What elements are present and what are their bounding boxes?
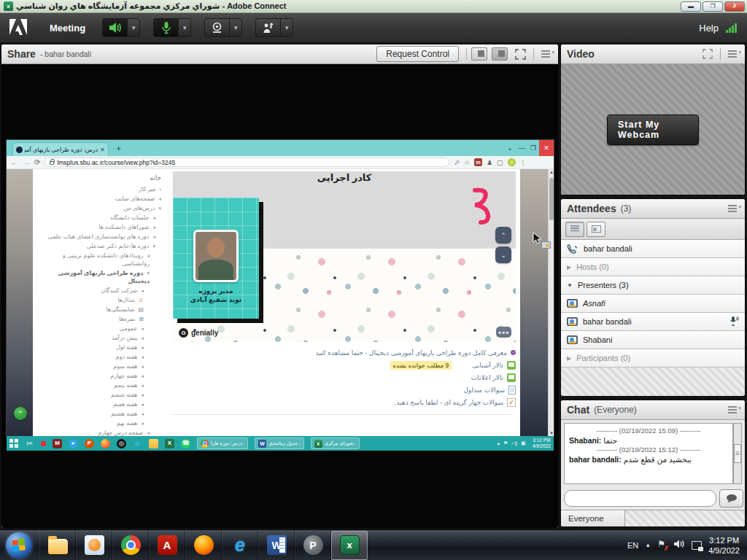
shared-browser-window[interactable]: درس: دوره طراحی بازیهای آموزشی ✕ ＋ ⌄ — ❐… (7, 140, 554, 436)
activity-link[interactable]: تالار اعلانات (173, 371, 516, 384)
extensions-puzzle-icon[interactable]: ♟ (487, 159, 492, 166)
sidebar-item[interactable]: نمره‌ها (36, 314, 163, 324)
tab-group-icon[interactable]: ▢ (497, 159, 503, 166)
m-app-icon[interactable]: M (53, 439, 62, 448)
sidebar-item[interactable]: هفته پنجم (36, 381, 163, 390)
activity-link[interactable]: معرفی کامل دوره طراحی بازیهای آموزشی دیج… (173, 346, 516, 359)
slide-down-button[interactable]: ⌄ (495, 246, 511, 263)
sidebar-item[interactable]: رویدادهای دانشکده علوم تربیتی و روانشناس… (36, 251, 163, 268)
activity-link[interactable]: سوالات متداول (173, 384, 516, 396)
speaker-dropdown[interactable]: ▼ (127, 18, 140, 37)
sidebar-item[interactable]: دوره طراحی بازیهای آموزشی دیجیتال (36, 268, 163, 286)
webcam-button[interactable] (204, 18, 229, 37)
everyone-tab[interactable]: Everyone (561, 510, 625, 526)
sidebar-item[interactable]: هفته اول (36, 343, 163, 352)
restore-button[interactable]: ❐ (703, 1, 723, 12)
bookmark-star-icon[interactable]: ☆ (464, 159, 470, 166)
browser-minimize-icon[interactable]: — (516, 144, 527, 152)
sidebar-item[interactable]: هفته هشتم (36, 409, 163, 419)
firefox-icon[interactable] (101, 439, 110, 448)
psiphon-icon[interactable]: P (295, 531, 331, 560)
tab-search-dropdown-icon[interactable]: ⌄ (504, 144, 516, 152)
pod-view-toggle-icon[interactable] (471, 47, 487, 61)
list-view-icon[interactable] (565, 222, 584, 237)
start-icon[interactable] (9, 439, 18, 448)
tab-close-icon[interactable]: ✕ (100, 147, 105, 153)
folder-icon[interactable] (149, 439, 158, 448)
explorer-icon[interactable] (39, 531, 76, 560)
video-fullscreen-icon[interactable] (703, 49, 713, 59)
address-bar[interactable]: lmsplus.sbu.ac.ir/course/view.php?id=324… (44, 158, 449, 167)
raise-hand-button[interactable] (255, 18, 280, 37)
microphone-button[interactable] (153, 18, 178, 37)
sidebar-item[interactable]: هفته هفتم (36, 400, 163, 409)
sidebar-item[interactable]: هفته ششم (36, 390, 163, 400)
microphone-dropdown[interactable]: ▼ (178, 18, 191, 37)
sidebar-item[interactable]: هفته دوم (36, 352, 163, 362)
card-view-icon[interactable] (587, 222, 605, 237)
pod-options-icon[interactable] (541, 50, 552, 58)
pod-view-toggle2-icon[interactable] (492, 47, 508, 61)
start-button[interactable] (6, 532, 32, 559)
sidebar-item[interactable]: دوره های توانمندسازی اعضای هیات علمی (36, 232, 163, 241)
genially-logo[interactable]: G genially (179, 328, 218, 338)
snipping-tool-icon[interactable]: ✂ (25, 439, 34, 448)
word-icon[interactable]: W (258, 531, 295, 560)
action-center-flag-icon[interactable] (657, 540, 667, 551)
taskbar-window-button[interactable]: ..درس: دوره طرا (197, 438, 248, 449)
chat-scrollbar[interactable]: ☰ (733, 423, 742, 484)
whatsapp-icon[interactable]: ☎ (181, 439, 190, 448)
speaker-button[interactable] (102, 18, 127, 37)
sidebar-item[interactable]: دوره ها-خانم دکتر صدعلی (36, 241, 163, 251)
sidebar-item[interactable]: شوراهای دانشکده ها (36, 222, 163, 232)
chrome-icon[interactable] (112, 531, 149, 560)
page-scrollbar[interactable]: ▲▼ (548, 169, 554, 436)
browser-restore-icon[interactable]: ❐ (527, 144, 539, 152)
genially-more-button[interactable]: ●●● (496, 327, 511, 338)
slide-up-button[interactable]: ⌃ (495, 227, 511, 244)
sidebar-item[interactable]: مدال‌ها (36, 295, 163, 305)
shared-system-tray[interactable]: ▴⚑◁)▣ (498, 440, 526, 446)
internet-explorer-icon[interactable]: e (222, 531, 258, 560)
presenter-row[interactable]: Shabani (561, 331, 745, 349)
chat-input[interactable] (564, 490, 716, 507)
back-icon[interactable]: ← (11, 158, 18, 166)
send-message-button[interactable] (719, 489, 743, 508)
shared-desktop-taskbar[interactable]: ✂ M ▸ P ◎ e (7, 436, 554, 451)
chat-pod-options-icon[interactable] (728, 406, 739, 414)
sidebar-item[interactable]: درس‌های من (36, 203, 163, 213)
sidebar-item[interactable]: هفته چهارم (36, 371, 163, 381)
activity-link[interactable]: تالار آشنایی 9 مطلب خوانده نشده (173, 359, 516, 371)
internet-explorer-icon[interactable]: e (133, 439, 142, 448)
network-icon[interactable] (692, 541, 702, 550)
sidebar-item[interactable]: صفحه درس چهارم (36, 428, 163, 436)
browser-close-icon[interactable]: ✕ (539, 140, 554, 156)
request-control-button[interactable]: Request Control (376, 46, 459, 62)
taskbar-clock[interactable]: 3:12 PM 4/9/2022 (708, 535, 740, 556)
new-tab-button[interactable]: ＋ (115, 143, 123, 154)
help-menu[interactable]: Help (692, 23, 726, 34)
meeting-menu[interactable]: Meeting (39, 18, 96, 38)
sidebar-item[interactable]: هفته سوم (36, 362, 163, 371)
video-pod-options-icon[interactable] (728, 50, 739, 58)
participants-group-row[interactable]: ▶ Participants (0) (561, 349, 745, 368)
genially-embed[interactable]: کادر اجرایی (173, 171, 516, 342)
minimize-button[interactable]: ▬ (681, 1, 701, 12)
activity-link[interactable]: سوالات چهار گزینه ای - لطفا پاسخ دهید. (173, 396, 516, 408)
tray-expand-icon[interactable]: ▲ (645, 542, 651, 548)
sidebar-item[interactable]: میز کار (36, 184, 163, 194)
sidebar-item[interactable]: شرکت کنندگان (36, 286, 163, 295)
p-app-icon[interactable]: P (85, 439, 94, 448)
presenters-group-row[interactable]: ▼ Presenters (3) (561, 276, 745, 295)
share-page-icon[interactable]: ⬀ (454, 159, 460, 166)
opera-icon[interactable] (41, 441, 46, 446)
sidebar-item[interactable]: هفته نهم (36, 419, 163, 428)
excel-icon[interactable]: X (165, 439, 174, 448)
sidebar-item[interactable]: جلسات دانشگاه (36, 213, 163, 222)
telegram-icon[interactable]: ▸ (69, 439, 78, 448)
taskbar-window-button[interactable]: x ..شورای مرکزی (311, 438, 360, 449)
language-indicator[interactable]: EN (627, 541, 638, 550)
profile-avatar[interactable] (508, 158, 516, 166)
media-player-icon[interactable] (76, 531, 112, 560)
forward-icon[interactable]: → (23, 158, 30, 166)
